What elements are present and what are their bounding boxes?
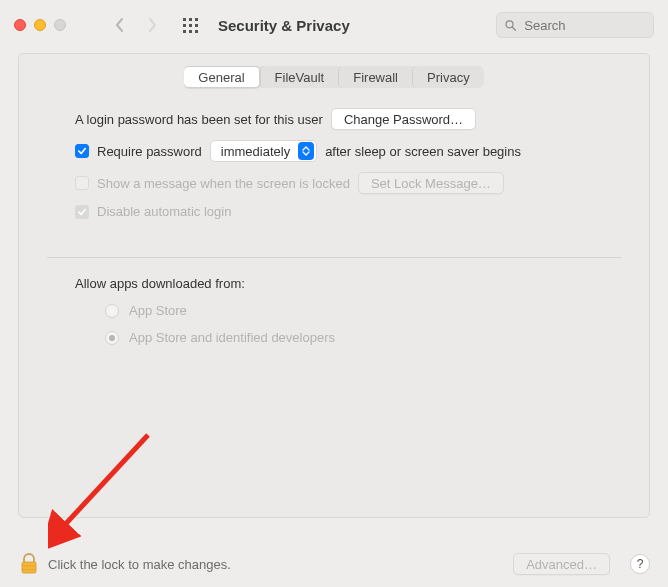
svg-rect-12: [22, 566, 36, 567]
tab-bar: General FileVault Firewall Privacy: [19, 54, 649, 98]
zoom-window-button: [54, 19, 66, 31]
disable-auto-login-row: Disable automatic login: [75, 204, 621, 219]
section-divider: [47, 257, 621, 258]
radio-app-store-label: App Store: [129, 303, 187, 318]
toolbar: Security & Privacy: [0, 0, 668, 50]
minimize-window-button[interactable]: [34, 19, 46, 31]
lock-text: Click the lock to make changes.: [48, 557, 231, 572]
radio-identified-label: App Store and identified developers: [129, 330, 335, 345]
svg-rect-7: [189, 30, 192, 33]
svg-rect-6: [183, 30, 186, 33]
disable-auto-login-label: Disable automatic login: [97, 204, 231, 219]
svg-rect-8: [195, 30, 198, 33]
tab-firewall[interactable]: Firewall: [338, 66, 412, 88]
show-message-row: Show a message when the screen is locked…: [75, 172, 621, 194]
downloads-section-label: Allow apps downloaded from:: [75, 276, 621, 291]
radio-app-store: [105, 304, 119, 318]
select-stepper-icon: [298, 142, 314, 160]
svg-rect-2: [195, 18, 198, 21]
svg-rect-4: [189, 24, 192, 27]
search-input[interactable]: [522, 17, 645, 34]
svg-line-10: [512, 26, 515, 29]
forward-button: [140, 13, 164, 37]
settings-panel: General FileVault Firewall Privacy A log…: [18, 53, 650, 518]
require-password-row: Require password immediately after sleep…: [75, 140, 621, 162]
tab-privacy[interactable]: Privacy: [412, 66, 484, 88]
require-password-checkbox[interactable]: [75, 144, 89, 158]
svg-rect-0: [183, 18, 186, 21]
change-password-button[interactable]: Change Password…: [331, 108, 476, 130]
svg-rect-3: [183, 24, 186, 27]
search-field[interactable]: [496, 12, 654, 38]
disable-auto-login-checkbox: [75, 205, 89, 219]
close-window-button[interactable]: [14, 19, 26, 31]
show-message-checkbox: [75, 176, 89, 190]
require-password-label: Require password: [97, 144, 202, 159]
tab-general[interactable]: General: [184, 66, 259, 88]
require-password-delay-select[interactable]: immediately: [210, 140, 317, 162]
require-password-delay-value: immediately: [221, 144, 290, 159]
svg-rect-1: [189, 18, 192, 21]
svg-rect-13: [22, 569, 36, 570]
search-icon: [505, 19, 516, 32]
radio-identified: [105, 331, 119, 345]
show-message-label: Show a message when the screen is locked: [97, 176, 350, 191]
lock-button[interactable]: Click the lock to make changes.: [20, 553, 231, 575]
svg-rect-5: [195, 24, 198, 27]
require-password-suffix: after sleep or screen saver begins: [325, 144, 521, 159]
login-password-row: A login password has been set for this u…: [75, 108, 621, 130]
page-title: Security & Privacy: [218, 17, 350, 34]
svg-rect-11: [22, 562, 36, 573]
lock-icon: [20, 553, 38, 575]
tab-filevault[interactable]: FileVault: [260, 66, 339, 88]
login-password-text: A login password has been set for this u…: [75, 112, 323, 127]
download-opt-app-store: App Store: [105, 303, 621, 318]
back-button[interactable]: [108, 13, 132, 37]
bottom-bar: Click the lock to make changes. Advanced…: [0, 545, 668, 587]
window-controls: [14, 19, 66, 31]
help-button[interactable]: ?: [630, 554, 650, 574]
set-lock-message-button: Set Lock Message…: [358, 172, 504, 194]
advanced-button: Advanced…: [513, 553, 610, 575]
show-all-icon[interactable]: [178, 13, 202, 37]
download-opt-identified: App Store and identified developers: [105, 330, 621, 345]
